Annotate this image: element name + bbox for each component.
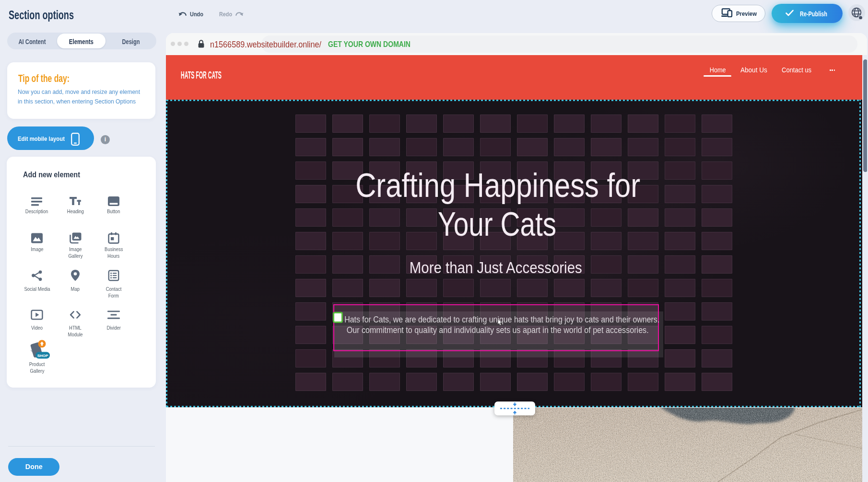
- svg-text:SHOP: SHOP: [37, 354, 48, 358]
